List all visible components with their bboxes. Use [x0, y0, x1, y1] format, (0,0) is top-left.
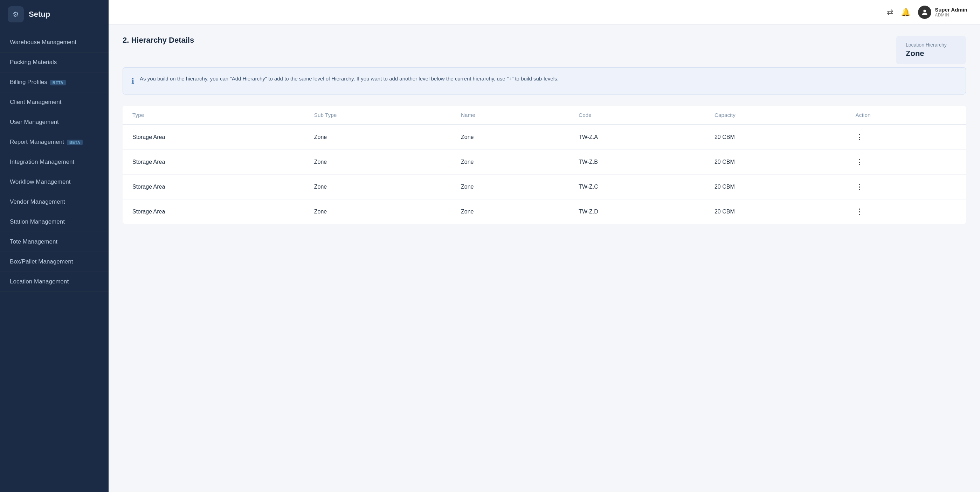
cell-name: Zone: [451, 200, 569, 224]
cell-action[interactable]: ⋮: [846, 200, 966, 224]
cell-action[interactable]: ⋮: [846, 150, 966, 175]
cell-capacity: 20 CBM: [705, 175, 846, 200]
cell-type: Storage Area: [123, 175, 304, 200]
col-header-sub_type: Sub Type: [304, 106, 451, 125]
sidebar-item-workflow-management[interactable]: Workflow Management: [0, 172, 108, 192]
avatar: [918, 6, 931, 19]
cell-code: TW-Z.B: [569, 150, 705, 175]
switch-icon[interactable]: ⇄: [887, 8, 893, 17]
sidebar-title: Setup: [29, 10, 50, 19]
cell-sub_type: Zone: [304, 175, 451, 200]
sidebar-header: ⚙ Setup: [0, 0, 108, 29]
sidebar-item-integration-management[interactable]: Integration Management: [0, 152, 108, 172]
sidebar-item-client-management[interactable]: Client Management: [0, 92, 108, 112]
table-header-row: TypeSub TypeNameCodeCapacityAction: [123, 106, 966, 125]
info-banner-text: As you build on the hierarchy, you can "…: [140, 75, 558, 83]
cell-name: Zone: [451, 150, 569, 175]
table-row: Storage AreaZoneZoneTW-Z.A20 CBM⋮: [123, 125, 966, 150]
cell-capacity: 20 CBM: [705, 200, 846, 224]
cell-name: Zone: [451, 125, 569, 150]
table-header: TypeSub TypeNameCodeCapacityAction: [123, 106, 966, 125]
cell-name: Zone: [451, 175, 569, 200]
data-table-container: TypeSub TypeNameCodeCapacityAction Stora…: [123, 106, 966, 224]
hierarchy-card-value: Zone: [906, 49, 956, 58]
sidebar-item-warehouse-management[interactable]: Warehouse Management: [0, 33, 108, 52]
sidebar-item-user-management[interactable]: User Management: [0, 112, 108, 132]
bell-icon[interactable]: 🔔: [901, 8, 910, 17]
hierarchy-table: TypeSub TypeNameCodeCapacityAction Stora…: [123, 106, 966, 224]
cell-sub_type: Zone: [304, 200, 451, 224]
hierarchy-card: Location Hierarchy Zone: [896, 36, 966, 64]
sidebar-item-report-management[interactable]: Report ManagementBETA: [0, 132, 108, 152]
cell-capacity: 20 CBM: [705, 125, 846, 150]
cell-capacity: 20 CBM: [705, 150, 846, 175]
content-area: 2. Hierarchy Details Location Hierarchy …: [108, 24, 980, 492]
sidebar-item-location-management[interactable]: Location Management: [0, 272, 108, 292]
col-header-capacity: Capacity: [705, 106, 846, 125]
svg-point-0: [924, 10, 926, 12]
cell-action[interactable]: ⋮: [846, 125, 966, 150]
cell-type: Storage Area: [123, 150, 304, 175]
cell-code: TW-Z.A: [569, 125, 705, 150]
action-menu-icon[interactable]: ⋮: [856, 157, 864, 167]
beta-badge: BETA: [50, 80, 66, 86]
col-header-action: Action: [846, 106, 966, 125]
table-body: Storage AreaZoneZoneTW-Z.A20 CBM⋮Storage…: [123, 125, 966, 224]
table-row: Storage AreaZoneZoneTW-Z.B20 CBM⋮: [123, 150, 966, 175]
page-title: 2. Hierarchy Details: [123, 36, 896, 45]
table-row: Storage AreaZoneZoneTW-Z.D20 CBM⋮: [123, 200, 966, 224]
cell-code: TW-Z.C: [569, 175, 705, 200]
col-header-type: Type: [123, 106, 304, 125]
col-header-code: Code: [569, 106, 705, 125]
cell-type: Storage Area: [123, 200, 304, 224]
sidebar-nav: Warehouse ManagementPacking MaterialsBil…: [0, 29, 108, 295]
user-info: Super Admin ADMIN: [935, 6, 967, 17]
action-menu-icon[interactable]: ⋮: [856, 133, 864, 142]
username-label: Super Admin: [935, 6, 967, 13]
cell-action[interactable]: ⋮: [846, 175, 966, 200]
cell-type: Storage Area: [123, 125, 304, 150]
topbar: ⇄ 🔔 Super Admin ADMIN: [108, 0, 980, 24]
content-top: 2. Hierarchy Details Location Hierarchy …: [123, 36, 966, 64]
sidebar-logo-icon: ⚙: [8, 6, 24, 22]
cell-code: TW-Z.D: [569, 200, 705, 224]
sidebar-item-packing-materials[interactable]: Packing Materials: [0, 52, 108, 73]
beta-badge: BETA: [67, 140, 83, 145]
sidebar-item-vendor-management[interactable]: Vendor Management: [0, 192, 108, 212]
action-menu-icon[interactable]: ⋮: [856, 207, 864, 216]
main-area: ⇄ 🔔 Super Admin ADMIN 2. Hierarchy Detai…: [108, 0, 980, 492]
sidebar-item-box-pallet-management[interactable]: Box/Pallet Management: [0, 252, 108, 272]
action-menu-icon[interactable]: ⋮: [856, 182, 864, 191]
info-banner: ℹ As you build on the hierarchy, you can…: [123, 67, 966, 94]
sidebar-item-tote-management[interactable]: Tote Management: [0, 232, 108, 252]
table-row: Storage AreaZoneZoneTW-Z.C20 CBM⋮: [123, 175, 966, 200]
cell-sub_type: Zone: [304, 125, 451, 150]
role-label: ADMIN: [935, 13, 967, 17]
sidebar-item-station-management[interactable]: Station Management: [0, 212, 108, 232]
cell-sub_type: Zone: [304, 150, 451, 175]
info-icon: ℹ: [131, 75, 134, 87]
hierarchy-card-label: Location Hierarchy: [906, 42, 956, 48]
sidebar: ⚙ Setup Warehouse ManagementPacking Mate…: [0, 0, 108, 492]
col-header-name: Name: [451, 106, 569, 125]
topbar-user: Super Admin ADMIN: [918, 6, 967, 19]
content-top-left: 2. Hierarchy Details: [123, 36, 896, 53]
sidebar-item-billing-profiles[interactable]: Billing ProfilesBETA: [0, 73, 108, 92]
